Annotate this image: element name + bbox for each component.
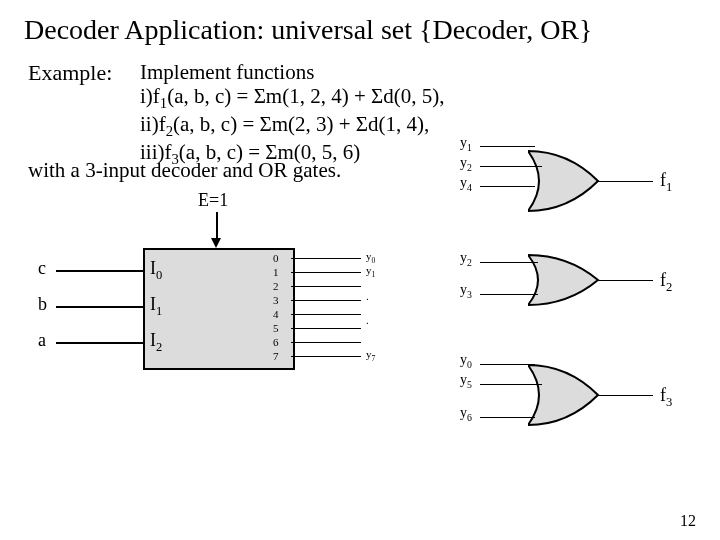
g1-wire1 xyxy=(480,146,535,147)
g3-wire2 xyxy=(480,384,542,385)
slide: Decoder Application: universal set {Deco… xyxy=(0,0,720,540)
page-number: 12 xyxy=(680,512,696,530)
out-y0: y0 xyxy=(366,250,375,265)
input-c-label: c xyxy=(38,258,46,279)
out-dot2: . xyxy=(366,314,369,326)
g2-in2: y3 xyxy=(460,282,472,300)
g3-wire3 xyxy=(480,417,535,418)
example-label: Example: xyxy=(28,60,112,86)
slide-title: Decoder Application: universal set {Deco… xyxy=(24,14,592,46)
g1-in2: y2 xyxy=(460,155,472,173)
func-2: ii)f2(a, b, c) = Σm(2, 3) + Σd(1, 4), xyxy=(140,112,445,140)
enable-label: E=1 xyxy=(198,190,228,211)
I1-label: I1 xyxy=(150,294,162,319)
enable-wire xyxy=(216,212,218,240)
g1-outwire xyxy=(598,181,653,182)
g3-in2: y5 xyxy=(460,372,472,390)
wire-y6 xyxy=(291,342,361,343)
idx-6: 6 xyxy=(273,336,279,348)
I2-label: I2 xyxy=(150,330,162,355)
wire-y0 xyxy=(291,258,361,259)
g2-wire2 xyxy=(480,294,538,295)
g2-wire1 xyxy=(480,262,538,263)
g1-out: f1 xyxy=(660,170,672,195)
wire-y2 xyxy=(291,286,361,287)
diagram: E=1 c I0 b I1 a I2 0 1 2 3 4 5 6 7 y0 y1… xyxy=(28,190,692,510)
wire-c xyxy=(56,270,143,272)
g1-in1: y1 xyxy=(460,135,472,153)
wire-a xyxy=(56,342,143,344)
g2-in1: y2 xyxy=(460,250,472,268)
idx-0: 0 xyxy=(273,252,279,264)
with-line: with a 3-input decoder and OR gates. xyxy=(28,158,341,183)
g2-out: f2 xyxy=(660,270,672,295)
wire-y4 xyxy=(291,314,361,315)
wire-y3 xyxy=(291,300,361,301)
out-y1: y1 xyxy=(366,264,375,279)
g1-wire3 xyxy=(480,186,535,187)
g3-wire1 xyxy=(480,364,535,365)
idx-2: 2 xyxy=(273,280,279,292)
out-y7: y7 xyxy=(366,348,375,363)
wire-b xyxy=(56,306,143,308)
input-b-label: b xyxy=(38,294,47,315)
wire-y5 xyxy=(291,328,361,329)
functions-block: Implement functions i)f1(a, b, c) = Σm(1… xyxy=(140,60,445,168)
idx-3: 3 xyxy=(273,294,279,306)
g2-outwire xyxy=(598,280,653,281)
idx-7: 7 xyxy=(273,350,279,362)
g3-in3: y6 xyxy=(460,405,472,423)
funcs-intro: Implement functions xyxy=(140,60,445,84)
I0-label: I0 xyxy=(150,258,162,283)
g3-outwire xyxy=(598,395,653,396)
g3-in1: y0 xyxy=(460,352,472,370)
wire-y7 xyxy=(291,356,361,357)
input-a-label: a xyxy=(38,330,46,351)
idx-1: 1 xyxy=(273,266,279,278)
func-1: i)f1(a, b, c) = Σm(1, 2, 4) + Σd(0, 5), xyxy=(140,84,445,112)
arrow-down-icon xyxy=(211,238,221,248)
idx-4: 4 xyxy=(273,308,279,320)
wire-y1 xyxy=(291,272,361,273)
g1-in3: y4 xyxy=(460,175,472,193)
g3-out: f3 xyxy=(660,385,672,410)
out-dot1: . xyxy=(366,290,369,302)
idx-5: 5 xyxy=(273,322,279,334)
g1-wire2 xyxy=(480,166,542,167)
